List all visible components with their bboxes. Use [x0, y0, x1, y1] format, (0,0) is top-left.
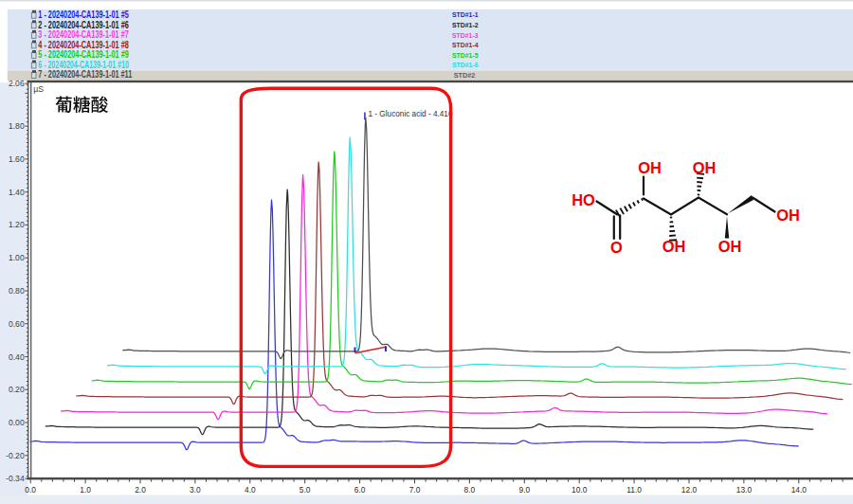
svg-text:1.20: 1.20: [9, 220, 25, 229]
svg-text:0.00: 0.00: [9, 418, 25, 427]
svg-text:9.0: 9.0: [518, 485, 530, 495]
svg-text:0.40: 0.40: [9, 352, 25, 362]
svg-text:11.0: 11.0: [626, 485, 642, 495]
svg-text:OH: OH: [693, 159, 717, 176]
svg-text:OH: OH: [662, 238, 686, 255]
svg-text:6 - 20240204-CA139-1-01 #10: 6 - 20240204-CA139-1-01 #10: [38, 60, 129, 70]
svg-text:O: O: [610, 239, 623, 256]
svg-text:1.80: 1.80: [9, 121, 25, 131]
svg-text:STD#1-1: STD#1-1: [452, 10, 479, 19]
svg-text:14.0: 14.0: [791, 485, 808, 495]
svg-text:5.0: 5.0: [299, 485, 311, 495]
svg-text:STD#1-4: STD#1-4: [452, 41, 479, 49]
svg-text:5 - 20240204-CA139-1-01 #9: 5 - 20240204-CA139-1-01 #9: [38, 49, 129, 60]
svg-text:3.0: 3.0: [190, 485, 201, 495]
svg-text:4.0: 4.0: [245, 485, 256, 495]
svg-text:2.0: 2.0: [135, 485, 146, 495]
svg-text:8.0: 8.0: [464, 485, 476, 495]
svg-text:7.0: 7.0: [409, 485, 421, 495]
svg-text:STD#2: STD#2: [454, 71, 476, 80]
svg-text:STD#1-6: STD#1-6: [452, 61, 479, 69]
svg-text:3 - 20240204-CA139-1-01 #7: 3 - 20240204-CA139-1-01 #7: [38, 29, 129, 40]
svg-text:µS: µS: [33, 84, 44, 94]
svg-text:STD#1-2: STD#1-2: [452, 21, 479, 29]
svg-text:HO: HO: [572, 191, 595, 208]
svg-text:1 - Gluconic acid - 4.410: 1 - Gluconic acid - 4.410: [369, 109, 453, 118]
svg-text:4 - 20240204-CA139-1-01 #8: 4 - 20240204-CA139-1-01 #8: [38, 40, 129, 50]
svg-text:10.0: 10.0: [572, 485, 588, 495]
svg-text:6.0: 6.0: [354, 485, 366, 495]
svg-text:1.00: 1.00: [9, 253, 25, 262]
svg-text:OH: OH: [638, 159, 662, 176]
svg-text:-0.20: -0.20: [6, 451, 25, 460]
svg-text:2 - 20240204-CA139-1-01 #6: 2 - 20240204-CA139-1-01 #6: [38, 20, 129, 30]
svg-text:0.0: 0.0: [25, 485, 36, 495]
svg-text:0.60: 0.60: [9, 319, 25, 329]
svg-text:STD#1-5: STD#1-5: [452, 51, 479, 60]
svg-text:1 - 20240204-CA139-1-01 #5: 1 - 20240204-CA139-1-01 #5: [38, 9, 129, 20]
svg-text:7 - 20240204-CA139-1-01 #11: 7 - 20240204-CA139-1-01 #11: [38, 69, 132, 80]
svg-text:-0.34: -0.34: [6, 474, 25, 483]
svg-text:STD#1-3: STD#1-3: [452, 31, 479, 40]
svg-text:1.60: 1.60: [9, 154, 25, 164]
svg-text:OH: OH: [776, 207, 800, 224]
svg-text:0.80: 0.80: [9, 286, 25, 296]
svg-text:1.40: 1.40: [9, 188, 25, 197]
svg-text:1.0: 1.0: [80, 485, 91, 495]
svg-text:0.20: 0.20: [9, 385, 25, 394]
svg-text:13.0: 13.0: [736, 485, 753, 495]
svg-text:12.0: 12.0: [681, 485, 698, 495]
svg-text:2.06: 2.06: [9, 79, 25, 88]
svg-text:OH: OH: [718, 238, 742, 255]
